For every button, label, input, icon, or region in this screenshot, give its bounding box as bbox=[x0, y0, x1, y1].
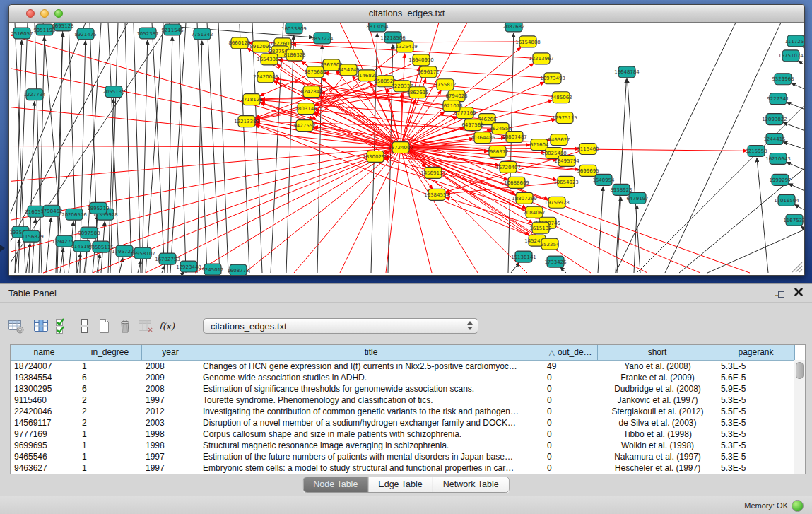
graph-node[interactable]: 8660128 bbox=[228, 37, 250, 49]
function-builder-icon[interactable]: f(x) bbox=[157, 316, 177, 336]
table-selector-dropdown[interactable]: citations_edges.txt bbox=[203, 318, 478, 334]
row-selection-icon[interactable] bbox=[54, 316, 73, 336]
graph-node[interactable]: 9755812 bbox=[434, 79, 456, 90]
graph-node[interactable]: 2084067 bbox=[523, 206, 545, 218]
graph-node[interactable]: 9245012 bbox=[201, 264, 223, 275]
graph-node[interactable]: 7986372 bbox=[486, 146, 508, 158]
graph-node[interactable]: 1695128 bbox=[52, 23, 73, 31]
table-row[interactable]: 2242004622012Investigating the contribut… bbox=[11, 406, 805, 417]
table-row[interactable]: 969969511998Structural magnetic resonanc… bbox=[11, 440, 805, 451]
graph-node[interactable]: 20206576 bbox=[61, 209, 87, 220]
graph-node[interactable]: 1640954 bbox=[592, 174, 615, 185]
network-canvas[interactable]: 1872400786601288912095152260589827508165… bbox=[9, 23, 804, 275]
table-row[interactable]: 1938455462009Genome-wide association stu… bbox=[11, 372, 805, 383]
column-header-name[interactable]: name bbox=[11, 345, 78, 360]
graph-node[interactable]: 2087682 bbox=[502, 23, 524, 32]
graph-node[interactable]: 9463627 bbox=[548, 134, 570, 146]
column-header-in_degree[interactable]: in_degree bbox=[78, 345, 142, 360]
graph-node[interactable]: 15720407 bbox=[495, 161, 521, 173]
graph-node[interactable]: 9227341 bbox=[767, 93, 789, 105]
graph-node[interactable]: 7857224 bbox=[311, 33, 334, 44]
graph-node[interactable]: 2055135 bbox=[102, 86, 124, 98]
table-row[interactable]: 946554611997Estimation of the future num… bbox=[11, 451, 805, 462]
window-titlebar[interactable]: citations_edges.txt bbox=[9, 5, 804, 23]
graph-node[interactable]: 1696172 bbox=[417, 66, 439, 78]
graph-node[interactable]: 1117254 bbox=[784, 35, 804, 47]
table-row[interactable]: 911546021997Tourette syndrome. Phenomeno… bbox=[11, 395, 805, 406]
graph-node[interactable]: 1167533 bbox=[783, 214, 804, 226]
graph-node[interactable]: 13505115 bbox=[88, 241, 114, 252]
graph-node[interactable]: 8813054 bbox=[366, 23, 389, 32]
graph-node[interactable]: 8921475 bbox=[74, 28, 96, 40]
resize-grip-icon[interactable] bbox=[792, 262, 802, 272]
graph-node[interactable]: 252254 bbox=[541, 238, 560, 250]
graph-node[interactable]: 1862615 bbox=[406, 87, 428, 98]
tab-network-table[interactable]: Network Table bbox=[433, 477, 509, 492]
table-row[interactable]: 1872400712008Changes of HCN gene express… bbox=[11, 361, 805, 372]
graph-node[interactable]: 6479197 bbox=[626, 192, 648, 204]
graph-node[interactable]: 16782753 bbox=[155, 253, 180, 264]
graph-node[interactable]: 9329968 bbox=[772, 74, 794, 85]
tab-node-table[interactable]: Node Table bbox=[303, 477, 368, 492]
graph-node[interactable]: 19654923 bbox=[553, 176, 579, 187]
graph-node[interactable]: 1621078 bbox=[440, 100, 462, 112]
memory-ok-indicator[interactable] bbox=[792, 500, 804, 512]
table-row[interactable]: 1830029562008Estimation of significance … bbox=[11, 383, 805, 395]
table-cell: Corpus callosum shape and size in male p… bbox=[199, 428, 543, 440]
graph-node[interactable]: 6497568 bbox=[461, 119, 483, 131]
graph-node[interactable]: 9115460 bbox=[577, 144, 599, 155]
graph-node[interactable]: 1244415 bbox=[763, 134, 785, 145]
graph-node[interactable]: 9211546 bbox=[161, 24, 183, 35]
table-row[interactable]: 1456911722003Disruption of a novel membe… bbox=[11, 417, 805, 428]
graph-node[interactable]: 16648784 bbox=[614, 66, 640, 78]
graph-node[interactable]: 7751342 bbox=[191, 28, 213, 40]
graph-node[interactable]: 1227734 bbox=[23, 89, 46, 100]
graph-node[interactable]: 9427552 bbox=[293, 120, 315, 132]
graph-node[interactable]: 1733426 bbox=[544, 256, 566, 267]
graph-node[interactable]: 12213389 bbox=[234, 116, 259, 127]
table-settings-icon[interactable] bbox=[7, 316, 27, 336]
graph-node[interactable]: 1052387 bbox=[136, 28, 158, 39]
graph-node[interactable]: 15751074 bbox=[778, 50, 804, 62]
graph-node[interactable]: 7485063 bbox=[550, 92, 572, 103]
graph-node[interactable]: 17016504 bbox=[774, 194, 799, 206]
new-table-icon[interactable] bbox=[95, 316, 114, 336]
column-header-year[interactable]: year bbox=[142, 345, 199, 360]
graph-node[interactable]: 2516057 bbox=[11, 28, 33, 39]
graph-node[interactable]: 8242844 bbox=[300, 86, 323, 98]
graph-node[interactable]: 2718126 bbox=[240, 94, 262, 105]
float-window-icon[interactable] bbox=[775, 288, 785, 298]
graph-node[interactable]: 16033809 bbox=[281, 23, 307, 34]
column-visibility-icon[interactable] bbox=[32, 316, 52, 336]
splitter-arrow-icon[interactable] bbox=[0, 245, 5, 252]
graph-node[interactable]: 2803144 bbox=[295, 103, 317, 115]
graph-node[interactable]: 12213967 bbox=[529, 53, 554, 64]
graph-node[interactable]: 1615132 bbox=[529, 222, 551, 233]
tab-edge-table[interactable]: Edge Table bbox=[368, 477, 433, 492]
graph-node[interactable]: 12093822 bbox=[762, 114, 787, 125]
graph-node[interactable]: 1895219 bbox=[87, 202, 109, 214]
graph-node[interactable]: 8186328 bbox=[283, 49, 305, 61]
graph-node[interactable]: 19384554 bbox=[424, 189, 449, 200]
graph-node[interactable]: 9875685 bbox=[304, 66, 326, 78]
table-scrollbar[interactable] bbox=[794, 360, 805, 474]
graph-node[interactable]: 8938923 bbox=[610, 184, 632, 195]
graph-node[interactable]: 1608773 bbox=[227, 264, 249, 275]
graph-node[interactable]: 16154808 bbox=[515, 36, 541, 47]
scrollbar-thumb[interactable] bbox=[796, 362, 804, 379]
graph-node[interactable]: 12975115 bbox=[552, 112, 577, 124]
delete-table-icon[interactable] bbox=[136, 316, 156, 336]
column-header-pagerank[interactable]: pagerank bbox=[717, 345, 795, 360]
graph-node[interactable]: 1790462 bbox=[40, 205, 62, 216]
column-header-out_de[interactable]: △out_de… bbox=[543, 345, 598, 360]
close-panel-icon[interactable] bbox=[794, 287, 804, 297]
table-row[interactable]: 977716911998Corpus callosum shape and si… bbox=[11, 428, 805, 440]
table-row[interactable]: 946362711997Embryonic stem cells: a mode… bbox=[11, 462, 805, 474]
graph-node[interactable]: 8215958 bbox=[745, 146, 767, 157]
column-header-title[interactable]: title bbox=[199, 345, 543, 360]
column-header-short[interactable]: short bbox=[598, 345, 717, 360]
graph-node[interactable]: 9097588 bbox=[78, 227, 100, 238]
cell-split-icon[interactable] bbox=[75, 316, 95, 336]
delete-rows-icon[interactable] bbox=[116, 316, 136, 336]
graph-node[interactable]: 1999297 bbox=[769, 174, 791, 185]
